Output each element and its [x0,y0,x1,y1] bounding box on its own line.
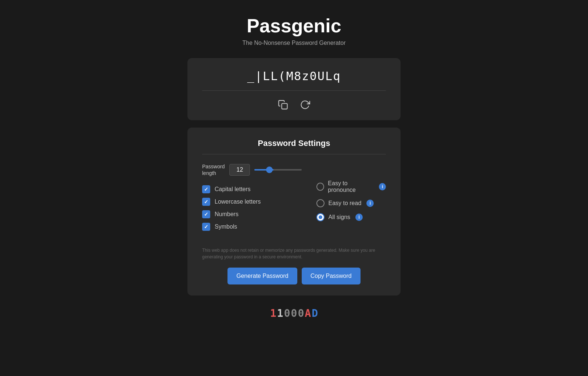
checkbox-capital-label: Capital letters [215,186,251,193]
checkbox-symbols-label: Symbols [215,223,237,230]
right-settings: Easy to pronounce i Easy to read i All s… [316,163,386,238]
password-length-row: Password length [202,163,302,176]
logo-char-2: 1 [277,307,283,319]
checkbox-numbers-input[interactable] [202,210,210,218]
radio-easy-read[interactable]: Easy to read i [316,199,386,207]
settings-title: Password Settings [202,139,386,148]
copy-icon-button[interactable] [276,98,290,111]
easy-read-info-badge[interactable]: i [366,200,374,207]
password-text: _|LL(M8z0ULq [247,69,341,83]
checkbox-lowercase-input[interactable] [202,198,210,206]
logo-char-4: 0 [291,307,297,319]
checkbox-numbers[interactable]: Numbers [202,210,302,218]
checkbox-lowercase[interactable]: Lowercase letters [202,198,302,206]
svg-rect-0 [282,104,287,109]
settings-main: Password length Capital letters Lowercas… [202,163,386,238]
checkboxes-section: Capital letters Lowercase letters Number… [202,185,302,231]
copy-password-button[interactable]: Copy Password [302,268,361,284]
radio-easy-pronounce-label: Easy to pronounce [328,180,374,193]
disclaimer-text: This web app does not retain or memorize… [202,247,386,260]
divider [202,90,386,91]
action-buttons: Generate Password Copy Password [202,268,386,284]
logo-char-3: 0 [284,307,290,319]
radio-all-signs[interactable]: All signs i [316,213,386,221]
checkbox-symbols-input[interactable] [202,223,210,231]
footer-logo: 1 1 0 0 0 A D [270,307,318,319]
checkbox-capital-input[interactable] [202,185,210,193]
password-actions [276,98,312,111]
radio-easy-pronounce-input[interactable] [316,183,324,191]
app-subtitle: The No-Nonsense Password Generator [242,40,345,46]
all-signs-info-badge[interactable]: i [355,214,363,221]
radio-easy-read-input[interactable] [316,199,325,207]
radio-all-signs-label: All signs [328,214,350,221]
checkbox-numbers-label: Numbers [215,211,239,218]
password-display-card: _|LL(M8z0ULq [187,58,401,120]
checkbox-capital[interactable]: Capital letters [202,185,302,193]
settings-card: Password Settings Password length Capita… [187,128,401,296]
logo-char-1: 1 [270,307,276,319]
app-title: Passgenic [247,15,341,37]
refresh-icon-button[interactable] [298,98,312,111]
settings-divider [202,154,386,154]
generate-password-button[interactable]: Generate Password [227,268,297,284]
checkbox-lowercase-label: Lowercase letters [215,198,261,205]
length-input[interactable] [229,164,250,176]
checkbox-symbols[interactable]: Symbols [202,223,302,231]
length-label: Password length [202,163,225,176]
radio-easy-pronounce[interactable]: Easy to pronounce i [316,180,386,193]
left-settings: Password length Capital letters Lowercas… [202,163,302,238]
logo-char-5: 0 [298,307,304,319]
logo-char-6: A [305,307,311,319]
radio-all-signs-input[interactable] [316,213,325,221]
radio-easy-read-label: Easy to read [328,200,361,207]
easy-pronounce-info-badge[interactable]: i [379,183,386,190]
logo-char-7: D [312,307,318,319]
length-slider[interactable] [254,169,302,171]
